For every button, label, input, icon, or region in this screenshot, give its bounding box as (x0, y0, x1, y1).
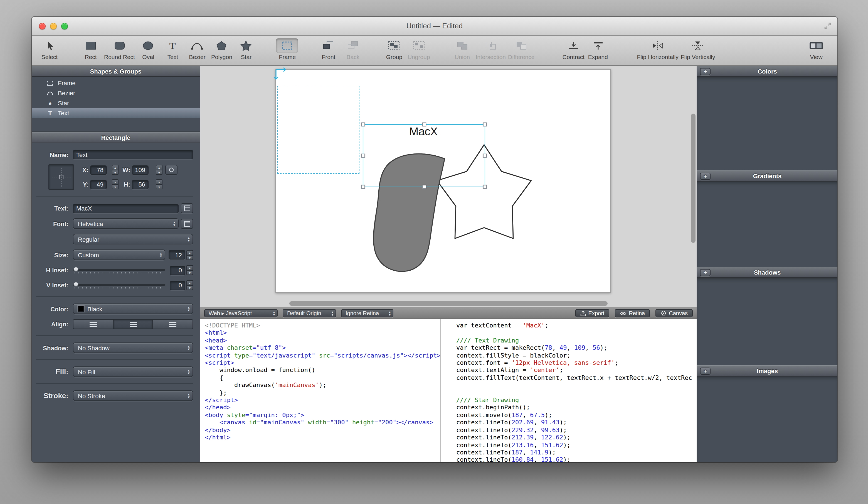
zoom-button[interactable] (61, 23, 68, 30)
canvas-vertical-scrollbar[interactable] (691, 67, 695, 298)
selection-handle-bottom-middle[interactable] (422, 185, 426, 189)
shape-item-text[interactable]: T Text (32, 108, 200, 118)
platform-popup[interactable]: Web ▸ JavaScript ▲▼ (204, 309, 278, 317)
h-inset-slider[interactable] (73, 266, 165, 274)
canvas-area[interactable]: MacX (200, 66, 696, 308)
selection-handle-middle-right[interactable] (483, 154, 487, 158)
titlebar[interactable]: Untitled — Edited (32, 17, 837, 36)
colors-panel[interactable] (697, 77, 837, 170)
fill-popup[interactable]: No Fill ▲▼ (73, 366, 193, 377)
selection-handle-bottom-left[interactable] (361, 185, 365, 189)
size-mode-popup[interactable]: Custom ▲▼ (73, 250, 165, 260)
tool-front[interactable]: Front (318, 38, 340, 60)
shape-item-frame[interactable]: Frame (32, 78, 200, 88)
fullscreen-icon[interactable] (824, 22, 832, 30)
v-inset-slider[interactable] (73, 281, 165, 289)
slider-thumb[interactable] (73, 266, 79, 272)
selection-handle-top-right[interactable] (483, 122, 487, 127)
v-inset-stepper[interactable]: ▲▼ (186, 280, 193, 290)
tool-difference[interactable]: Difference (508, 38, 535, 60)
h-inset-stepper[interactable]: ▲▼ (186, 265, 193, 275)
align-center-button[interactable] (113, 320, 153, 329)
align-left-button[interactable] (73, 320, 113, 329)
tool-union[interactable]: Union (451, 38, 473, 60)
tool-polygon[interactable]: Polygon (210, 38, 233, 60)
scrollbar-thumb[interactable] (289, 301, 608, 306)
stepper-up-icon: ▲ (156, 180, 162, 184)
selection-handle-top-middle[interactable] (422, 122, 426, 127)
align-right-button[interactable] (153, 320, 193, 329)
tool-rect[interactable]: Rect (80, 38, 102, 60)
html-code-pane[interactable]: <!DOCTYPE HTML><html><head><meta charset… (200, 319, 441, 462)
canvas-horizontal-scrollbar[interactable] (202, 301, 688, 306)
h-input[interactable]: 56 (132, 180, 148, 189)
aspect-lock-button[interactable] (165, 165, 177, 175)
tool-star[interactable]: Star (235, 38, 257, 60)
tool-contract[interactable]: Contract (562, 38, 585, 60)
oval-icon (141, 40, 156, 51)
tool-oval[interactable]: Oval (137, 38, 159, 60)
shadows-panel[interactable] (697, 278, 837, 365)
anchor-position-widget[interactable] (49, 164, 74, 190)
retina-button[interactable]: Retina (615, 309, 650, 317)
retina-mode-popup[interactable]: Ignore Retina ▲▼ (341, 309, 393, 317)
tool-back[interactable]: Back (342, 38, 364, 60)
frame-outline[interactable] (277, 86, 360, 174)
close-button[interactable] (39, 23, 45, 30)
tool-group[interactable]: Group (383, 38, 405, 60)
font-popup[interactable]: Helvetica ▲▼ (73, 218, 179, 229)
w-stepper[interactable]: ▲▼ (156, 165, 163, 175)
tool-expand[interactable]: Expand (587, 38, 609, 60)
tool-flip-horizontally[interactable]: Flip Horizontally (637, 38, 678, 60)
selection-handle-middle-left[interactable] (361, 154, 365, 158)
v-inset-input[interactable]: 0 (170, 280, 185, 290)
name-input[interactable]: Text (73, 150, 193, 159)
tool-flip-vertically[interactable]: Flip Vertically (681, 38, 715, 60)
h-inset-input[interactable]: 0 (170, 265, 185, 275)
tool-frame[interactable]: Frame (276, 38, 299, 60)
add-image-button[interactable]: + (700, 367, 711, 375)
color-popup[interactable]: Black ▲▼ (73, 303, 193, 314)
tool-view[interactable]: View (804, 38, 828, 60)
y-stepper[interactable]: ▲▼ (112, 179, 118, 189)
tool-ungroup[interactable]: Ungroup (407, 38, 430, 60)
artboard[interactable]: MacX (276, 69, 611, 293)
shape-item-bezier[interactable]: Bezier (32, 88, 200, 98)
selection-handle-top-left[interactable] (361, 122, 365, 127)
slider-thumb[interactable] (73, 282, 79, 286)
js-code-pane[interactable]: var textContent = 'MacX'; //// Text Draw… (441, 319, 696, 462)
h-label: H: (119, 181, 130, 188)
images-panel[interactable] (697, 376, 837, 462)
shadow-popup[interactable]: No Shadow ▲▼ (73, 343, 193, 353)
selection-handle-bottom-right[interactable] (483, 185, 487, 189)
size-input[interactable]: 12 (168, 250, 185, 260)
font-style-popup[interactable]: Regular ▲▼ (73, 234, 193, 244)
h-stepper[interactable]: ▲▼ (156, 179, 163, 189)
tool-intersection[interactable]: Intersection (475, 38, 506, 60)
tool-select[interactable]: Select (38, 38, 61, 60)
gradients-panel[interactable] (697, 182, 837, 267)
text-input[interactable]: MacX (73, 203, 179, 213)
w-input[interactable]: 109 (132, 165, 148, 174)
stroke-popup[interactable]: No Stroke ▲▼ (73, 390, 193, 401)
export-button[interactable]: Export (576, 309, 610, 317)
text-editor-button[interactable] (181, 203, 193, 213)
origin-popup[interactable]: Default Origin ▲▼ (283, 309, 336, 317)
add-gradient-button[interactable]: + (700, 173, 711, 180)
minimize-button[interactable] (50, 23, 57, 30)
shape-item-star[interactable]: ★ Star (32, 98, 200, 108)
tool-round-rect[interactable]: Round Rect (104, 38, 135, 60)
tool-text[interactable]: T Text (162, 38, 184, 60)
x-stepper[interactable]: ▲▼ (112, 165, 118, 175)
y-input[interactable]: 49 (90, 180, 107, 189)
selection-box[interactable] (363, 124, 485, 187)
tool-bezier[interactable]: Bezier (186, 38, 208, 60)
x-input[interactable]: 78 (90, 165, 107, 174)
scrollbar-thumb[interactable] (691, 114, 695, 243)
font-panel-button[interactable] (181, 219, 193, 229)
add-shadow-button[interactable]: + (700, 269, 711, 276)
add-color-button[interactable]: + (700, 68, 711, 75)
eye-icon (620, 311, 627, 315)
size-stepper[interactable]: ▲▼ (186, 250, 193, 260)
canvas-button[interactable]: Canvas (655, 309, 693, 317)
